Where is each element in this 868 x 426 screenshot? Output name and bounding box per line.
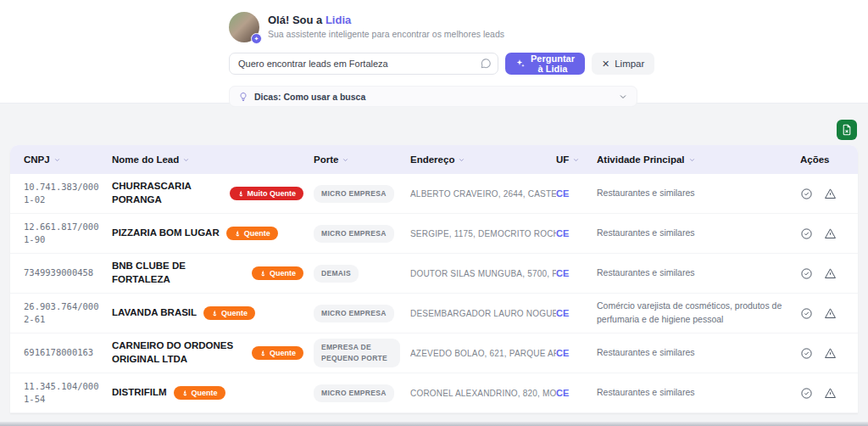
actions-cell: [800, 307, 846, 320]
cnpj-cell: 6916178000163: [24, 346, 112, 359]
report-alert-triangle-icon[interactable]: [824, 347, 837, 360]
flame-icon: [211, 310, 218, 317]
temperature-badge: Muito Quente: [230, 187, 304, 200]
lead-name-cell: BNB CLUBE DE FORTALEZA Quente: [112, 260, 314, 286]
clear-button[interactable]: ✕ Limpar: [592, 53, 654, 75]
atividade-cell: Comércio varejista de cosméticos, produt…: [597, 300, 800, 327]
leads-table: CNPJ Nome do Lead Porte Endereço UF Ativ…: [10, 145, 858, 413]
report-alert-triangle-icon[interactable]: [824, 387, 837, 400]
atividade-cell: Restaurantes e similares: [597, 227, 800, 240]
cnpj-cell: 10.741.383/0001-02: [24, 181, 112, 206]
flame-icon: [237, 190, 244, 197]
qualify-check-circle-icon[interactable]: [800, 307, 813, 320]
uf-cell: CE: [556, 268, 597, 278]
assistant-avatar: ✦: [229, 12, 259, 42]
sort-chevron-icon: [572, 156, 580, 164]
table-header-row: CNPJ Nome do Lead Porte Endereço UF Ativ…: [10, 145, 858, 174]
col-header-uf[interactable]: UF: [556, 154, 597, 165]
ask-lidia-button[interactable]: Perguntar à Lidia: [505, 53, 585, 75]
report-alert-triangle-icon[interactable]: [824, 267, 837, 280]
qualify-check-circle-icon[interactable]: [800, 227, 813, 240]
report-alert-triangle-icon[interactable]: [824, 227, 837, 240]
cnpj-cell: 26.903.764/0002-61: [24, 300, 112, 326]
export-excel-button[interactable]: [837, 120, 857, 140]
qualify-check-circle-icon[interactable]: [800, 188, 813, 200]
lead-search-input[interactable]: [229, 53, 498, 75]
lead-name-cell: PIZZARIA BOM LUGAR Quente: [112, 227, 314, 240]
col-header-endereco[interactable]: Endereço: [410, 154, 556, 165]
temperature-badge: Quente: [226, 227, 278, 240]
sort-chevron-icon: [182, 156, 190, 164]
flame-icon: [259, 270, 266, 277]
close-icon: ✕: [602, 59, 609, 70]
tips-label: Dicas: Como usar a busca: [254, 92, 612, 102]
temperature-badge: Quente: [203, 306, 255, 320]
endereco-cell: AZEVEDO BOLAO, 621, PARQUE ARAXA: [410, 349, 556, 358]
endereco-cell: SERGIPE, 1175, DEMOCRITO ROCHA: [410, 229, 556, 238]
lightbulb-icon: [238, 92, 248, 102]
lead-name-cell: DISTRIFILM Quente: [112, 386, 314, 400]
atividade-cell: Restaurantes e similares: [597, 187, 800, 200]
actions-cell: [800, 347, 846, 360]
cnpj-cell: 7349939000458: [24, 266, 112, 279]
sparkles-icon: [515, 59, 526, 69]
table-row: 7349939000458 BNB CLUBE DE FORTALEZA Que…: [10, 254, 858, 294]
flame-icon: [234, 230, 241, 237]
table-row: 26.903.764/0002-61 LAVANDA BRASIL Quente…: [10, 294, 858, 334]
atividade-cell: Restaurantes e similares: [597, 346, 800, 360]
sort-chevron-icon: [53, 156, 61, 164]
col-header-nome[interactable]: Nome do Lead: [112, 154, 314, 165]
chevron-down-icon: [618, 92, 628, 102]
porte-cell: MICRO EMPRESA: [314, 224, 410, 243]
flame-icon: [181, 390, 188, 396]
porte-cell: MICRO EMPRESA: [314, 304, 410, 322]
actions-cell: [800, 227, 846, 240]
window-bottom-edge: [0, 422, 868, 426]
porte-cell: EMPRESA DE PEQUENO PORTE: [314, 339, 410, 367]
endereco-cell: ALBERTO CRAVEIRO, 2644, CASTELAO: [410, 189, 556, 199]
porte-cell: DEMAIS: [314, 264, 410, 283]
lead-name-cell: CARNEIRO DO ORDONES ORIGINAL LTDA Quente: [112, 339, 314, 366]
sort-chevron-icon: [458, 156, 465, 164]
assistant-greeting: Olá! Sou a Lidia: [268, 14, 504, 26]
report-alert-triangle-icon[interactable]: [824, 307, 837, 320]
actions-cell: [800, 387, 846, 400]
lead-name-cell: LAVANDA BRASIL Quente: [112, 306, 314, 320]
table-row: 12.661.817/0001-90 PIZZARIA BOM LUGAR Qu…: [10, 214, 858, 254]
flame-icon: [259, 350, 266, 356]
endereco-cell: DOUTOR SILAS MUNGUBA, 5700, PASS...: [410, 269, 556, 278]
chat-bubble-icon: [480, 58, 492, 70]
temperature-badge: Quente: [252, 346, 303, 360]
cnpj-cell: 12.661.817/0001-90: [24, 221, 112, 246]
table-row: 11.345.104/0001-54 DISTRIFILM Quente MIC…: [10, 373, 858, 413]
atividade-cell: Restaurantes e similares: [597, 266, 800, 280]
assistant-name: Lidia: [326, 14, 351, 26]
sort-chevron-icon: [342, 156, 349, 164]
porte-cell: MICRO EMPRESA: [314, 184, 410, 203]
cnpj-cell: 11.345.104/0001-54: [24, 380, 112, 406]
atividade-cell: Restaurantes e similares: [597, 386, 800, 400]
qualify-check-circle-icon[interactable]: [800, 347, 813, 360]
uf-cell: CE: [556, 388, 597, 398]
uf-cell: CE: [556, 308, 597, 318]
qualify-check-circle-icon[interactable]: [800, 267, 813, 280]
tips-accordion[interactable]: Dicas: Como usar a busca: [229, 86, 637, 107]
qualify-check-circle-icon[interactable]: [800, 387, 813, 400]
uf-cell: CE: [556, 188, 597, 199]
temperature-badge: Quente: [252, 266, 303, 280]
uf-cell: CE: [556, 228, 597, 238]
table-row: 10.741.383/0001-02 CHURRASCARIA PORANGA …: [10, 174, 858, 214]
report-alert-triangle-icon[interactable]: [824, 188, 837, 200]
assistant-panel: ✦ Olá! Sou a Lidia Sua assistente inteli…: [0, 0, 868, 104]
lead-name-cell: CHURRASCARIA PORANGA Muito Quente: [112, 180, 314, 206]
sort-chevron-icon: [688, 156, 696, 164]
temperature-badge: Quente: [174, 386, 225, 400]
col-header-acoes: Ações: [800, 154, 846, 165]
actions-cell: [800, 188, 846, 200]
table-row: 6916178000163 CARNEIRO DO ORDONES ORIGIN…: [10, 334, 858, 373]
endereco-cell: CORONEL ALEXANDRINO, 820, MONTE...: [410, 389, 556, 398]
assistant-subtitle: Sua assistente inteligente para encontra…: [268, 29, 504, 39]
col-header-porte[interactable]: Porte: [314, 154, 410, 165]
col-header-atividade[interactable]: Atividade Principal: [597, 154, 800, 165]
col-header-cnpj[interactable]: CNPJ: [24, 154, 112, 165]
